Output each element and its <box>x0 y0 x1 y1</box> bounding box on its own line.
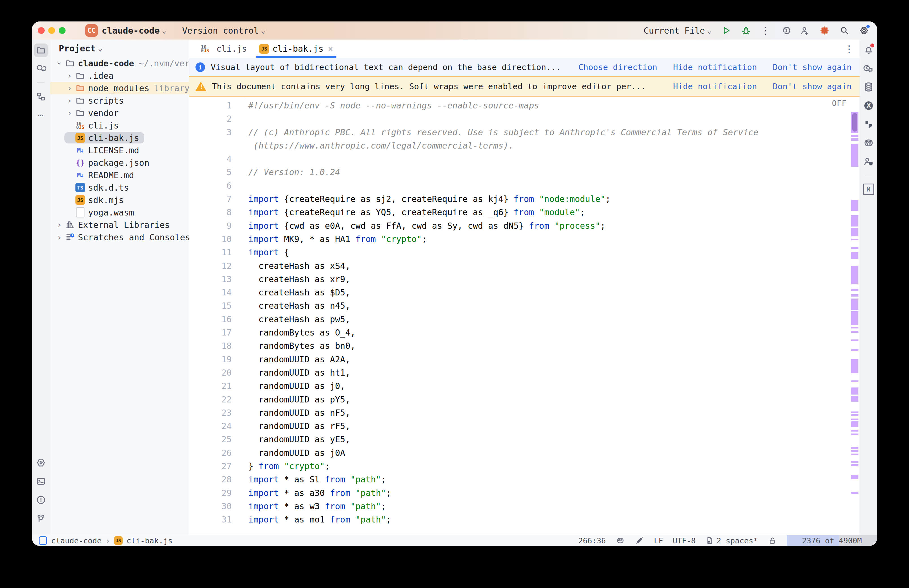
starburst-plugin-icon[interactable] <box>819 26 830 36</box>
vcs-change-marker[interactable] <box>851 422 859 427</box>
tree-row[interactable]: ›scripts <box>50 94 189 107</box>
caret-position[interactable]: 266:36 <box>578 536 606 545</box>
vcs-change-marker[interactable] <box>851 247 859 249</box>
tree-row[interactable]: ›node_moduleslibrary <box>50 82 189 94</box>
no-inspections-icon[interactable] <box>635 536 644 545</box>
code-line[interactable]: 10import MK9, * as HA1 from "crypto"; <box>189 233 860 246</box>
tree-row[interactable]: TSsdk.d.ts <box>50 181 189 194</box>
tree-row[interactable]: JScli-bak.js <box>50 132 189 144</box>
settings-button[interactable] <box>859 26 869 36</box>
add-user-button[interactable] <box>800 26 810 36</box>
vcs-change-marker[interactable] <box>851 464 859 466</box>
vcs-change-marker[interactable] <box>851 418 859 420</box>
code-line[interactable]: 3// (c) Anthropic PBC. All rights reserv… <box>189 126 860 139</box>
vcs-change-marker[interactable] <box>851 430 859 431</box>
minimize-window-button[interactable] <box>48 27 55 34</box>
code-line[interactable]: 24 randomUUID as rF5, <box>189 419 860 433</box>
user-chat-button[interactable] <box>862 155 875 168</box>
code-editor[interactable]: 1#!/usr/bin/env -S node --no-warnings --… <box>189 97 860 535</box>
vcs-change-marker[interactable] <box>851 215 859 226</box>
highlighting-off-label[interactable]: OFF <box>832 99 846 108</box>
vcs-change-marker[interactable] <box>851 447 859 449</box>
code-line[interactable]: 19 randomUUID as A2A, <box>189 353 860 366</box>
code-line[interactable]: 2 <box>189 112 860 125</box>
more-tool-windows-button[interactable]: ⋯ <box>34 108 48 122</box>
tree-row[interactable]: ›.idea <box>50 69 189 82</box>
x-circle-plugin-button[interactable]: X <box>862 99 875 112</box>
vcs-change-marker[interactable] <box>851 289 859 291</box>
vcs-change-marker[interactable] <box>851 331 859 333</box>
vcs-change-marker[interactable] <box>851 200 859 211</box>
project-tool-window-button[interactable] <box>34 44 48 57</box>
git-tool-window-button[interactable] <box>34 512 48 525</box>
tab-cli-js[interactable]: 100JS cli.js <box>193 40 253 58</box>
more-actions-button[interactable]: ⋮ <box>761 25 770 36</box>
hide-notification-link[interactable]: Hide notification <box>673 62 757 72</box>
code-line[interactable]: 21 randomUUID as j0, <box>189 379 860 393</box>
tree-chevron-icon[interactable]: › <box>65 96 74 105</box>
code-line[interactable]: 29import * as a30 from "path"; <box>189 486 860 499</box>
code-line[interactable]: 12 createHash as xS4, <box>189 259 860 273</box>
vcs-change-marker[interactable] <box>851 475 859 479</box>
code-line[interactable]: 26 randomUUID as j0A <box>189 446 860 459</box>
code-line[interactable]: 11import { <box>189 246 860 259</box>
tree-row[interactable]: yoga.wasm <box>50 206 189 219</box>
code-line[interactable]: 6 <box>189 179 860 192</box>
code-line[interactable]: 17 randomBytes as O_4, <box>189 326 860 339</box>
vcs-change-marker[interactable] <box>851 359 859 373</box>
memory-indicator[interactable]: 2376 of 4900M <box>787 535 877 546</box>
copilot-button[interactable] <box>862 137 875 149</box>
tree-chevron-icon[interactable]: › <box>54 220 65 229</box>
tree-row[interactable]: ›External Libraries <box>50 219 189 231</box>
code-line[interactable]: 23 randomUUID as nF5, <box>189 406 860 419</box>
tree-chevron-icon[interactable]: › <box>65 84 74 93</box>
code-line[interactable]: 16 createHash as pw5, <box>189 313 860 326</box>
vcs-change-marker[interactable] <box>851 138 859 141</box>
vcs-change-marker[interactable] <box>851 339 859 341</box>
vcs-change-marker[interactable] <box>851 228 859 236</box>
line-separator-widget[interactable]: LF <box>654 536 663 545</box>
code-line[interactable]: 28import * as Sl from "path"; <box>189 473 860 486</box>
tree-row[interactable]: ›Scratches and Consoles <box>50 231 189 244</box>
vcs-change-marker[interactable] <box>851 299 859 310</box>
m-plugin-button[interactable]: M <box>862 183 875 195</box>
code-line[interactable]: 7import {createRequire as sj2, createReq… <box>189 192 860 205</box>
code-line[interactable]: 27} from "crypto"; <box>189 459 860 473</box>
copilot-status-icon[interactable] <box>615 536 625 545</box>
version-control-menu[interactable]: Version control <box>182 26 259 36</box>
dont-show-again-link[interactable]: Don't show again <box>773 62 852 72</box>
dont-show-again-link[interactable]: Don't show again <box>773 82 852 91</box>
code-line[interactable]: 20 randomUUID as ht1, <box>189 366 860 379</box>
run-configuration-selector[interactable]: Current File⌄ <box>644 26 712 36</box>
encoding-widget[interactable]: UTF-8 <box>673 536 696 545</box>
choose-direction-link[interactable]: Choose direction <box>578 62 657 72</box>
error-stripe[interactable] <box>851 97 859 535</box>
search-everywhere-button[interactable] <box>839 26 849 36</box>
code-line[interactable]: 9import {cwd as e0A, cwd as FfA, cwd as … <box>189 219 860 233</box>
tree-row[interactable]: ›vendor <box>50 107 189 119</box>
code-line[interactable]: 8import {createRequire as YQ5, createReq… <box>189 205 860 219</box>
tree-row[interactable]: ›claude-code~/.nvm/vers <box>50 57 189 69</box>
tab-cli-bak-js[interactable]: JS cli-bak.js × <box>253 40 339 58</box>
close-window-button[interactable] <box>38 27 45 34</box>
vcs-change-marker[interactable] <box>851 454 859 455</box>
tree-chevron-icon[interactable]: › <box>65 108 74 118</box>
vcs-change-marker[interactable] <box>851 388 859 394</box>
close-tab-icon[interactable]: × <box>328 44 333 54</box>
code-line[interactable]: 13 createHash as xr9, <box>189 273 860 286</box>
vcs-change-marker[interactable] <box>851 433 859 435</box>
tree-chevron-icon[interactable]: › <box>65 71 74 81</box>
terminal-tool-window-button[interactable] <box>34 475 48 488</box>
tree-row[interactable]: {}package.json <box>50 157 189 169</box>
problems-tool-window-button[interactable] <box>34 493 48 507</box>
code-line[interactable]: 14 createHash as $D5, <box>189 286 860 299</box>
vcs-change-marker[interactable] <box>851 311 859 325</box>
run-button[interactable] <box>721 26 731 36</box>
code-line[interactable]: 30import * as w3 from "path"; <box>189 499 860 513</box>
vcs-change-marker[interactable] <box>851 239 859 240</box>
tree-row[interactable]: JSsdk.mjs <box>50 194 189 206</box>
code-line[interactable]: 31import * as mo1 from "path"; <box>189 513 860 526</box>
hide-notification-link[interactable]: Hide notification <box>673 82 757 91</box>
structure-tool-window-button[interactable] <box>34 90 48 103</box>
vcs-change-marker[interactable] <box>851 380 859 382</box>
